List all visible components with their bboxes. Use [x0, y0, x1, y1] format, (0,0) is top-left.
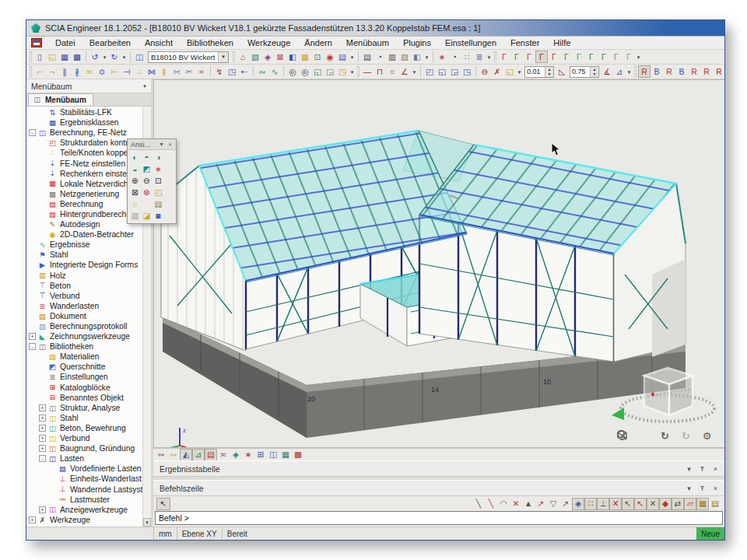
menu-item-einstellungen[interactable]: Einstellungen	[438, 37, 503, 48]
render-mode-icon[interactable]: ◈	[261, 51, 274, 63]
snap-edge-icon[interactable]: ↖	[634, 498, 647, 510]
print-dropdown-icon[interactable]: ▾	[423, 51, 430, 63]
steel-check-11-icon[interactable]: Γ	[622, 51, 635, 63]
mdi-child-icon[interactable]	[31, 38, 42, 47]
mesh-icon[interactable]: ▦	[299, 51, 311, 63]
tree-item-rechenkern-einstellen[interactable]: ⇣ Rechenkern einstellen	[26, 169, 142, 179]
undo-icon[interactable]: ↺	[89, 51, 101, 63]
snap-intersection-icon[interactable]: ✕	[510, 498, 522, 510]
save-all-icon[interactable]: ▦	[58, 51, 71, 63]
tab-box-icon[interactable]: ⊞	[254, 449, 267, 461]
view-box-icon[interactable]	[637, 429, 651, 443]
tree-expand-toggle[interactable]: +	[39, 506, 46, 513]
rotate-icon[interactable]: ◲	[448, 65, 461, 78]
results-panel-header[interactable]: Ergebnisstabelle ▾ Ŧ ×	[153, 460, 724, 477]
snap-vertex-icon[interactable]: ▲	[522, 498, 535, 510]
view-params-icon[interactable]: ⊡	[311, 51, 324, 63]
snap-cross-icon[interactable]: ✕	[647, 498, 659, 510]
status-plane[interactable]: Ebene XY	[177, 527, 223, 540]
measure-angle-icon[interactable]: ∡	[601, 65, 613, 78]
mirror-icon[interactable]: ◳	[461, 65, 473, 78]
steel-check-10-icon[interactable]: Γ	[610, 51, 622, 63]
panel-pin-icon[interactable]: Ŧ	[696, 483, 708, 494]
tree-item-autodesign[interactable]: ✎ Autodesign	[26, 219, 142, 229]
redo-dropdown-icon[interactable]: ▾	[121, 51, 128, 63]
toolbar-grip[interactable]	[634, 66, 637, 77]
tree-item-benanntes-objekt[interactable]: ⊟ Benanntes Objekt	[26, 393, 142, 403]
tree-item-netzgenerierung[interactable]: ▩ Netzgenerierung	[26, 189, 142, 199]
tree-expand-toggle[interactable]: +	[39, 425, 46, 432]
tree-item-stahl[interactable]: + ◫ Stahl	[26, 413, 142, 423]
title-bar[interactable]: SCIA Engineer 18.1.2052 - [B18010 BV Wic…	[26, 20, 724, 37]
node-tool-9-icon[interactable]: ∴	[133, 65, 146, 78]
tree-item-fe-netz-einstellen[interactable]: ⇣ FE-Netz einstellen	[26, 158, 142, 168]
snap-settings-icon[interactable]: ◈	[572, 498, 584, 510]
tab-paint-icon[interactable]: ◈	[230, 449, 242, 461]
menu-item-plugins[interactable]: Plugins	[396, 37, 438, 48]
tree-item-berechnung-fe-netz[interactable]: - ◫ Berechnung, FE-Netz	[26, 128, 142, 138]
steel-check-4-icon[interactable]: Γ	[535, 51, 548, 63]
sidebar-dropdown-arrow-icon[interactable]: ▾	[140, 83, 149, 89]
tree-item-werkzeuge[interactable]: + ✗ Werkzeuge	[26, 515, 142, 525]
tree-item-querschnitte[interactable]: ◩ Querschnitte	[26, 362, 142, 372]
rib-tool-5-icon[interactable]: R	[688, 65, 700, 78]
tree-item-vordefinierte-lasten[interactable]: ▤ Vordefinierte Lasten	[26, 464, 142, 474]
tools-dropdown-icon[interactable]: ▾	[486, 51, 493, 63]
tab-axonometry-icon[interactable]: ◭	[180, 449, 192, 461]
node-tool-10-icon[interactable]: ⋈	[146, 65, 158, 78]
menu-item-bearbeiten[interactable]: Bearbeiten	[82, 37, 138, 48]
model-viewport[interactable]: 20 14 10 z	[153, 79, 724, 448]
tree-item-verbund[interactable]: ⊤ Verbund	[26, 291, 142, 301]
shading-icon[interactable]: ▧	[249, 51, 261, 63]
render-window-icon[interactable]: ◙	[153, 210, 164, 222]
snap-off-icon[interactable]: ✕	[609, 498, 622, 510]
tree-item-lastmuster[interactable]: ≔ Lastmuster	[26, 495, 142, 505]
layers-icon[interactable]: ◧	[286, 51, 299, 63]
props-dropdown-icon[interactable]: ◳	[336, 65, 349, 78]
toolbar-grip[interactable]	[233, 51, 235, 62]
snap-node-icon[interactable]: ↖	[622, 498, 634, 510]
tree-item-wanderlasten[interactable]: ≣ Wanderlasten	[26, 301, 142, 311]
new-project-icon[interactable]: ▯	[33, 51, 46, 63]
panel-pin-icon[interactable]: Ŧ	[696, 464, 708, 474]
steel-check-6-icon[interactable]: Γ	[560, 51, 573, 63]
node-tool-11-icon[interactable]: ≬	[158, 65, 170, 78]
tab-doc-icon[interactable]: ◫	[267, 449, 279, 461]
measure-tri-icon[interactable]: ⊿	[613, 65, 626, 78]
member-icon[interactable]: ⊠	[274, 51, 286, 63]
table-icon[interactable]: ▤	[336, 51, 349, 63]
view-axo-icon[interactable]: ◒	[129, 163, 141, 175]
tree-expand-toggle[interactable]: +	[29, 333, 36, 340]
toolbar-grip[interactable]	[494, 51, 496, 62]
snap-plane-icon[interactable]: ▱	[684, 498, 696, 510]
tree-expand-toggle[interactable]: +	[39, 435, 46, 442]
save-icon[interactable]: ▩	[71, 51, 83, 63]
project-window-icon[interactable]: ◫	[133, 51, 146, 63]
tree-item-holz[interactable]: ▥ Holz	[26, 271, 142, 281]
rib-tool-4-icon[interactable]: B	[675, 65, 688, 78]
tree-item-stahl[interactable]: ⚑ Stahl	[26, 250, 142, 260]
tree-item-lasten[interactable]: - ◫ Lasten	[26, 453, 142, 464]
clipping-box-icon[interactable]: ◪	[141, 210, 153, 222]
view-dropdown-icon[interactable]: ▾	[349, 51, 356, 63]
tree-item-2d-daten-betrachter[interactable]: ◉ 2D-Daten-Betrachter	[26, 229, 142, 240]
node-tool-3-icon[interactable]: ∥	[58, 65, 71, 78]
tree-item-baugrund-gründung[interactable]: + ◫ Baugrund, Gründung	[26, 443, 142, 453]
link-views-2-icon[interactable]: ∾	[167, 449, 180, 461]
snap-ortho-icon[interactable]: ⊥	[597, 498, 609, 510]
orbit-icon[interactable]: ↻	[658, 429, 672, 443]
tree-item-teile-knoten-koppeln[interactable]: ∴ Teile/Knoten koppeln	[26, 148, 142, 158]
tree-item-einheits-wanderlast[interactable]: ⊥ Einheits-Wanderlast	[26, 474, 142, 484]
zoom-in-icon[interactable]: ⊕	[129, 175, 141, 187]
copy-icon[interactable]: ◱	[436, 65, 448, 78]
erase-icon[interactable]: ✗	[491, 65, 503, 78]
zoom-out-icon[interactable]: ⊖	[141, 175, 153, 187]
tree-item-zeichnungswerkzeuge[interactable]: + ◣ Zeichnungswerkzeuge	[26, 331, 142, 341]
menu-item-hilfe[interactable]: Hilfe	[546, 37, 577, 48]
menu-item-ansicht[interactable]: Ansicht	[138, 37, 180, 48]
back-icon[interactable]: ⇠	[238, 65, 251, 78]
menu-item-bibliotheken[interactable]: Bibliotheken	[180, 37, 240, 48]
tree-item-hintergrundberechnung[interactable]: ▤ Hintergrundberechnung	[26, 209, 142, 219]
snap-tangent-icon[interactable]: ↗	[535, 498, 547, 510]
orbit-alt-icon[interactable]: ↻	[679, 429, 693, 443]
